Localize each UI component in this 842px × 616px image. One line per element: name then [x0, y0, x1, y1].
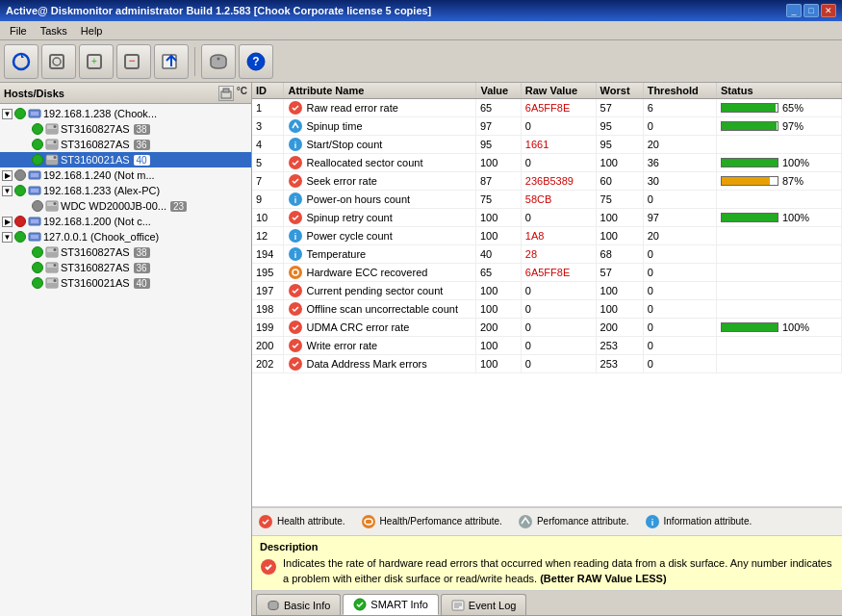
- tree-node-disk1[interactable]: ST3160827AS 38: [0, 121, 251, 137]
- remove-button[interactable]: −: [116, 44, 151, 79]
- main-layout: Hosts/Disks °C ▼ 192.168.1.238 (Chook...: [0, 83, 842, 616]
- progress-fill: [722, 177, 770, 185]
- tree-node-disk7[interactable]: ST3160021AS 40: [0, 275, 251, 291]
- tree-node-host4[interactable]: ▼ 127.0.0.1 (Chook_office): [0, 229, 251, 244]
- cell-worst: 57: [596, 264, 643, 282]
- minimize-button[interactable]: _: [786, 4, 802, 17]
- tree-expander[interactable]: ▼: [2, 186, 13, 196]
- cell-worst: 100: [596, 154, 643, 172]
- cell-raw: 1661: [521, 136, 596, 154]
- attr-icon: [288, 301, 303, 317]
- maximize-button[interactable]: □: [804, 4, 819, 17]
- col-value: Value: [476, 83, 521, 99]
- progress-bar: [721, 322, 778, 332]
- legend-hp-label: Health/Perfomance attribute.: [380, 516, 502, 526]
- status-bar-cell: 100%: [721, 157, 837, 168]
- panel-title: Hosts/Disks: [4, 88, 64, 99]
- tree-node-disk2[interactable]: ST3160827AS 36: [0, 137, 251, 152]
- menu-tasks[interactable]: Tasks: [35, 24, 73, 38]
- tree-node-disk3[interactable]: ST3160021AS 40: [0, 152, 251, 167]
- add-button[interactable]: +: [79, 44, 114, 79]
- refresh-button[interactable]: [4, 44, 38, 79]
- progress-bar: [721, 213, 778, 222]
- cell-id: 9: [252, 191, 284, 209]
- tree-node-host1[interactable]: ▼ 192.168.1.238 (Chook...: [0, 106, 251, 121]
- svg-text:−: −: [128, 54, 135, 67]
- status-label: 97%: [782, 120, 804, 132]
- node-label: ST3160827AS: [61, 139, 130, 150]
- col-id: ID: [252, 83, 284, 99]
- status-dot: [32, 200, 43, 212]
- node-label: 192.168.1.200 (Not c...: [43, 216, 151, 227]
- cell-name: Data Address Mark errors: [284, 355, 476, 372]
- panel-icon-btn1[interactable]: [218, 86, 234, 101]
- tree-node-disk5[interactable]: ST3160827AS 38: [0, 244, 251, 260]
- tree-expander[interactable]: ▼: [2, 109, 13, 119]
- cell-status: [717, 264, 842, 282]
- cell-id: 3: [252, 117, 284, 136]
- legend-perf: Perfomance attribute.: [518, 514, 629, 529]
- temp-badge: 40: [134, 278, 150, 289]
- cell-worst: 100: [596, 300, 643, 319]
- progress-bar: [721, 121, 778, 131]
- svg-rect-24: [47, 160, 57, 164]
- export-button[interactable]: [154, 44, 189, 79]
- cell-value: 100: [476, 154, 521, 172]
- cell-name: Hardware ECC recovered: [284, 264, 476, 281]
- cell-threshold: 0: [643, 264, 716, 282]
- cell-raw: 0: [521, 319, 596, 337]
- cell-value: 65: [476, 99, 521, 117]
- tree-expander[interactable]: ▶: [2, 170, 13, 181]
- perf-legend-icon: [518, 514, 533, 529]
- col-threshold: Threshold: [643, 83, 716, 99]
- cell-status: [717, 191, 842, 209]
- svg-rect-14: [223, 89, 229, 92]
- help-button[interactable]: ?: [239, 44, 273, 79]
- cell-threshold: 97: [643, 209, 716, 227]
- tree-node-disk4[interactable]: WDC WD2000JB-00... 23: [0, 198, 251, 214]
- cell-id: 5: [252, 154, 284, 172]
- cell-name: Spinup time: [284, 117, 476, 135]
- status-label: 87%: [782, 175, 804, 187]
- svg-point-32: [54, 202, 57, 205]
- cell-threshold: 20: [643, 227, 716, 245]
- legend-hp: Health/Perfomance attribute.: [361, 514, 502, 529]
- cell-name: Reallocated sector count: [284, 154, 476, 171]
- progress-fill: [722, 159, 778, 167]
- toolbar-separator: [194, 47, 195, 76]
- cell-id: 199: [252, 319, 284, 337]
- svg-text:i: i: [294, 232, 297, 242]
- tab-bar: Basic Info SMART Info Event Log: [252, 591, 842, 616]
- menu-help[interactable]: Help: [75, 24, 109, 38]
- tree-node-host2[interactable]: ▼ 192.168.1.233 (Alex-PC): [0, 183, 251, 198]
- tree-node-host3[interactable]: ▶ 192.168.1.200 (Not c...: [0, 214, 251, 229]
- tree-expander[interactable]: ▼: [2, 232, 13, 243]
- smart-table-container[interactable]: ID Attribute Name Value Raw Value Worst …: [252, 83, 842, 507]
- node-label: ST3160827AS: [61, 262, 130, 273]
- tab-smart[interactable]: SMART Info: [343, 594, 439, 615]
- tree-node-disk6[interactable]: ST3160827AS 36: [0, 260, 251, 275]
- table-row: 4 i Start/Stop count 95 1661 95 20: [252, 136, 842, 154]
- cell-raw: 6A5FF8E: [521, 264, 596, 282]
- disk-button[interactable]: [201, 44, 236, 79]
- svg-point-45: [54, 279, 57, 282]
- col-name: Attribute Name: [284, 83, 476, 99]
- table-row: 194 i Temperature 40 28 68 0: [252, 245, 842, 264]
- cell-value: 95: [476, 136, 521, 154]
- tree-node-host1b[interactable]: ▶ 192.168.1.240 (Not m...: [0, 167, 251, 183]
- close-button[interactable]: ✕: [821, 4, 836, 17]
- smart-table: ID Attribute Name Value Raw Value Worst …: [252, 83, 842, 373]
- cell-id: 200: [252, 337, 284, 355]
- cell-threshold: 6: [643, 99, 716, 117]
- hosts-tree[interactable]: ▼ 192.168.1.238 (Chook... ST3160827AS 38…: [0, 104, 251, 616]
- menu-file[interactable]: File: [4, 24, 33, 38]
- table-row: 195 Hardware ECC recovered 65 6A5FF8E 57…: [252, 264, 842, 282]
- tab-event[interactable]: Event Log: [441, 594, 527, 615]
- tree-expander[interactable]: ▶: [2, 217, 13, 227]
- disk-icon: [45, 122, 59, 136]
- scan-button[interactable]: [41, 44, 76, 79]
- cell-worst: 253: [596, 355, 643, 373]
- legend-perf-label: Perfomance attribute.: [537, 516, 629, 526]
- tab-basic[interactable]: Basic Info: [256, 594, 341, 615]
- svg-point-59: [289, 266, 302, 279]
